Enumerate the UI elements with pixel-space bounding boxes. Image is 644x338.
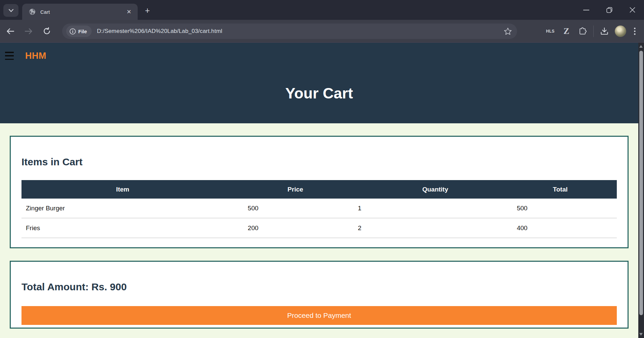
close-window-button[interactable]	[621, 0, 644, 20]
reload-button[interactable]	[39, 24, 54, 39]
reload-icon	[43, 27, 51, 35]
tab-close-icon[interactable]: ✕	[125, 8, 133, 16]
toolbar-extension-area: HLS Z	[544, 20, 639, 43]
hamburger-menu-icon[interactable]	[5, 52, 14, 60]
globe-favicon-icon	[29, 8, 36, 15]
proceed-to-payment-button[interactable]: Proceed to Payment	[21, 306, 617, 325]
scrollbar-thumb[interactable]	[639, 51, 643, 315]
close-icon	[630, 7, 635, 13]
minimize-button[interactable]	[574, 0, 598, 20]
column-header: Item	[21, 186, 224, 193]
tab-search-button[interactable]	[3, 4, 18, 17]
column-header: Price	[224, 186, 367, 193]
browser-toolbar: File D:/Semester%206/IAD%20Lab/Lab_03/ca…	[0, 20, 644, 43]
browser-menu-button[interactable]	[630, 25, 639, 38]
puzzle-icon	[579, 27, 587, 35]
cart-table: ItemPriceQuantityTotal Zinger Burger5001…	[21, 180, 617, 238]
vertical-scrollbar[interactable]	[638, 43, 644, 338]
kebab-menu-icon	[634, 28, 636, 35]
back-arrow-icon	[6, 28, 14, 35]
item-value-cell: 500	[214, 205, 291, 212]
tab-strip: Cart ✕ +	[0, 0, 644, 20]
downloads-button[interactable]	[598, 25, 611, 38]
hls-extension-icon: HLS	[546, 29, 555, 34]
forward-arrow-icon	[25, 28, 33, 35]
item-name-cell: Fries	[21, 224, 214, 232]
item-value-cell: 1	[292, 205, 427, 212]
zotero-extension-button[interactable]: Z	[560, 25, 573, 38]
toolbar-separator	[593, 26, 594, 37]
url-bar[interactable]: File D:/Semester%206/IAD%20Lab/Lab_03/ca…	[62, 24, 517, 39]
table-row: Zinger Burger5001500	[21, 199, 617, 218]
tab-title: Cart	[40, 9, 125, 15]
bookmark-star-button[interactable]	[504, 28, 512, 35]
site-header: HHM Your Cart	[0, 43, 638, 123]
hls-extension-button[interactable]: HLS	[544, 25, 557, 38]
profile-button[interactable]	[614, 25, 627, 38]
scrollbar-up-arrow-icon[interactable]	[639, 45, 643, 48]
restore-icon	[606, 7, 612, 13]
cart-table-header: ItemPriceQuantityTotal	[21, 180, 617, 199]
cart-table-body: Zinger Burger5001500Fries2002400	[21, 199, 617, 238]
new-tab-button[interactable]: +	[142, 5, 152, 15]
restore-button[interactable]	[598, 0, 621, 20]
item-value-cell: 2	[292, 224, 427, 232]
extensions-button[interactable]	[576, 25, 589, 38]
browser-window: Cart ✕ +	[0, 0, 644, 338]
info-icon	[70, 28, 76, 35]
forward-button[interactable]	[21, 24, 36, 39]
back-button[interactable]	[3, 24, 18, 39]
tab-cart[interactable]: Cart ✕	[22, 4, 138, 20]
item-value-cell: 400	[427, 224, 617, 232]
page-content: HHM Your Cart Items in Cart ItemPriceQua…	[0, 43, 638, 338]
cart-items-heading: Items in Cart	[21, 156, 617, 168]
zotero-z-icon: Z	[563, 26, 569, 36]
file-scheme-chip[interactable]: File	[66, 26, 92, 37]
brand-logo[interactable]: HHM	[25, 51, 46, 61]
download-icon	[600, 27, 608, 35]
scrollbar-down-arrow-icon[interactable]	[639, 333, 643, 336]
total-amount-label: Total Amount: Rs. 900	[21, 281, 617, 293]
total-summary-card: Total Amount: Rs. 900 Proceed to Payment	[10, 261, 629, 329]
item-value-cell: 200	[214, 224, 291, 232]
column-header: Quantity	[367, 186, 504, 193]
star-icon	[504, 28, 512, 35]
table-row: Fries2002400	[21, 218, 617, 238]
column-header: Total	[504, 186, 617, 193]
page-title: Your Cart	[0, 85, 638, 102]
item-name-cell: Zinger Burger	[21, 205, 214, 212]
minimize-icon	[583, 10, 589, 10]
item-value-cell: 500	[427, 205, 617, 212]
url-text[interactable]: D:/Semester%206/IAD%20Lab/Lab_03/cart.ht…	[97, 28, 504, 35]
avatar	[615, 26, 626, 37]
file-chip-label: File	[78, 29, 87, 34]
chevron-down-icon	[9, 9, 13, 12]
window-controls	[574, 0, 644, 20]
cart-items-card: Items in Cart ItemPriceQuantityTotal Zin…	[10, 136, 629, 248]
